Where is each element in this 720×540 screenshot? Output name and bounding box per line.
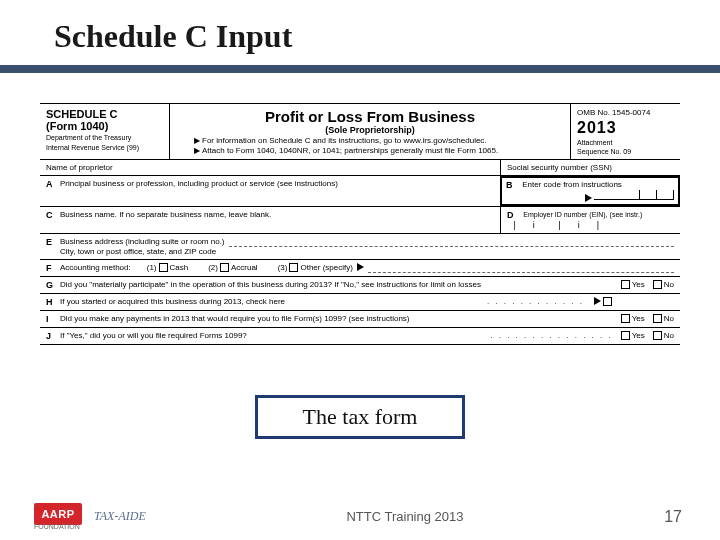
proprietor-name-label: Name of proprietor [40, 160, 500, 175]
omb-number: OMB No. 1545-0074 [577, 108, 674, 117]
letter-j: J [46, 331, 60, 341]
checkbox-yes [621, 314, 630, 323]
letter-g: G [46, 280, 60, 290]
yes-label: Yes [632, 314, 645, 324]
line-g: G Did you "materially participate" in th… [40, 277, 680, 294]
ein-entry: | i | i | [507, 220, 674, 230]
aarp-block: AARP FOUNDATION [34, 503, 88, 530]
letter-d: D [507, 210, 521, 220]
letter-e: E [46, 237, 60, 247]
no-label: No [664, 314, 674, 324]
attachment-label: Attachment [577, 139, 674, 146]
letter-a: A [46, 179, 60, 203]
yes-label: Yes [632, 331, 645, 341]
checkbox-other [289, 263, 298, 272]
aarp-logo: AARP [34, 503, 82, 525]
arrow-icon [585, 194, 592, 202]
schedule-label: SCHEDULE C [46, 108, 163, 120]
letter-b: B [506, 180, 520, 190]
line-i: I Did you make any payments in 2013 that… [40, 311, 680, 328]
footer: AARP FOUNDATION TAX-AIDE NTTC Training 2… [0, 503, 720, 530]
yes-label: Yes [632, 280, 645, 290]
letter-f: F [46, 263, 60, 273]
ssn-label: Social security number (SSN) [500, 160, 680, 175]
line-a-text: Principal business or profession, includ… [60, 179, 338, 203]
letter-h: H [46, 297, 60, 307]
line-f-text: Accounting method: [60, 263, 131, 273]
info-line-1: ▶For information on Schedule C and its i… [176, 136, 564, 145]
dept-1: Department of the Treasury [46, 134, 163, 142]
page-number: 17 [664, 508, 682, 526]
callout-box: The tax form [255, 395, 465, 439]
form-image: SCHEDULE C (Form 1040) Department of the… [0, 103, 720, 345]
checkbox-h [603, 297, 612, 306]
taxaide-label: TAX-AIDE [94, 509, 146, 524]
line-d-text: Employer ID number (EIN), (see instr.) [523, 211, 642, 218]
line-d-box: D Employer ID number (EIN), (see instr.)… [500, 207, 680, 233]
letter-i: I [46, 314, 60, 324]
opt1: (1) [147, 263, 157, 273]
arrow-icon [357, 263, 364, 271]
line-b-box: B Enter code from instructions [500, 176, 680, 206]
dept-2: Internal Revenue Service (99) [46, 144, 163, 152]
line-e-text1: Business address (including suite or roo… [60, 237, 225, 247]
line-j-text: If "Yes," did you or will you file requi… [60, 331, 490, 341]
info2-text: Attach to Form 1040, 1040NR, or 1041; pa… [202, 146, 498, 155]
cash-label: Cash [170, 263, 189, 273]
line-g-text: Did you "materially participate" in the … [60, 280, 619, 290]
title-accent-bar [0, 65, 720, 73]
sequence-number: Sequence No. 09 [577, 148, 674, 155]
line-a: A Principal business or profession, incl… [40, 176, 680, 207]
checkbox-no [653, 314, 662, 323]
checkbox-yes [621, 331, 630, 340]
accrual-label: Accrual [231, 263, 258, 273]
line-h: H If you started or acquired this busine… [40, 294, 680, 311]
form-title: Profit or Loss From Business [176, 108, 564, 125]
checkbox-accrual [220, 263, 229, 272]
header-left: SCHEDULE C (Form 1040) Department of the… [40, 104, 170, 159]
line-c: C Business name. If no separate business… [40, 207, 680, 234]
form-header-row: SCHEDULE C (Form 1040) Department of the… [40, 104, 680, 160]
line-c-text: Business name. If no separate business n… [60, 210, 271, 230]
line-e: E Business address (including suite or r… [40, 234, 680, 260]
line-f: F Accounting method: (1) Cash (2) Accrua… [40, 260, 680, 277]
slide-title: Schedule C Input [0, 0, 720, 65]
other-label: Other (specify) [300, 263, 352, 273]
form-subtitle: (Sole Proprietorship) [176, 125, 564, 135]
line-h-text: If you started or acquired this business… [60, 297, 487, 307]
opt2: (2) [208, 263, 218, 273]
header-right: OMB No. 1545-0074 2013 Attachment Sequen… [570, 104, 680, 159]
no-label: No [664, 331, 674, 341]
proprietor-row: Name of proprietor Social security numbe… [40, 160, 680, 176]
checkbox-cash [159, 263, 168, 272]
checkbox-no [653, 280, 662, 289]
opt3: (3) [278, 263, 288, 273]
address-line [229, 237, 674, 247]
info1-text: For information on Schedule C and its in… [202, 136, 487, 145]
checkbox-yes [621, 280, 630, 289]
letter-c: C [46, 210, 60, 230]
info-line-2: ▶Attach to Form 1040, 1040NR, or 1041; p… [176, 146, 564, 155]
header-center: Profit or Loss From Business (Sole Propr… [170, 104, 570, 159]
line-e-text2: City, town or post office, state, and ZI… [60, 247, 216, 256]
footer-center-text: NTTC Training 2013 [146, 509, 664, 524]
tax-year: 2013 [577, 119, 674, 137]
no-label: No [664, 280, 674, 290]
foundation-label: FOUNDATION [34, 523, 88, 530]
line-b-text: Enter code from instructions [522, 180, 622, 189]
checkbox-no [653, 331, 662, 340]
line-i-text: Did you make any payments in 2013 that w… [60, 314, 619, 324]
arrow-icon [594, 297, 601, 305]
line-j: J If "Yes," did you or will you file req… [40, 328, 680, 345]
other-specify-line [368, 263, 674, 273]
form-number: (Form 1040) [46, 120, 163, 132]
